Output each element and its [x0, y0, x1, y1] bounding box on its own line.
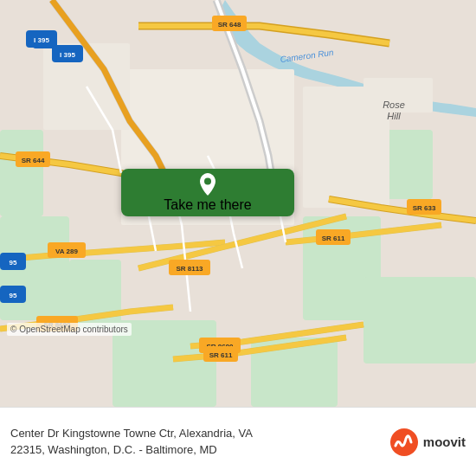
- osm-credit: © OpenStreetMap contributors: [7, 323, 132, 336]
- svg-text:Hill: Hill: [387, 111, 401, 121]
- svg-text:SR 611: SR 611: [209, 351, 233, 359]
- svg-text:VA 289: VA 289: [55, 248, 78, 255]
- svg-text:95: 95: [10, 259, 17, 267]
- svg-text:SR 611: SR 611: [322, 235, 345, 242]
- map-container: I 395 I 395 SR 648 SR 644 SR 633 VA 289 …: [0, 0, 476, 407]
- svg-rect-6: [0, 130, 43, 216]
- svg-text:SR 648: SR 648: [218, 21, 241, 29]
- moovit-icon: [389, 427, 420, 458]
- take-me-there-button[interactable]: Take me there: [121, 169, 294, 216]
- svg-text:SR 8113: SR 8113: [176, 265, 203, 273]
- address-container: Center Dr Kingstowne Towne Ctr, Alexandr…: [10, 426, 380, 457]
- location-pin-icon: [198, 173, 217, 196]
- svg-point-45: [204, 177, 211, 184]
- svg-rect-4: [363, 277, 476, 363]
- svg-text:I 395: I 395: [34, 36, 49, 44]
- svg-text:SR 644: SR 644: [22, 157, 45, 164]
- bottom-bar: Center Dr Kingstowne Towne Ctr, Alexandr…: [0, 407, 476, 476]
- svg-text:I 395: I 395: [60, 51, 75, 59]
- svg-text:SR 633: SR 633: [413, 204, 436, 212]
- take-me-there-label: Take me there: [164, 197, 251, 213]
- moovit-logo: moovit: [389, 427, 466, 458]
- moovit-brand-text: moovit: [423, 434, 466, 449]
- svg-text:Rose: Rose: [383, 100, 405, 110]
- svg-text:95: 95: [10, 292, 17, 299]
- address-text: Center Dr Kingstowne Towne Ctr, Alexandr…: [10, 426, 380, 457]
